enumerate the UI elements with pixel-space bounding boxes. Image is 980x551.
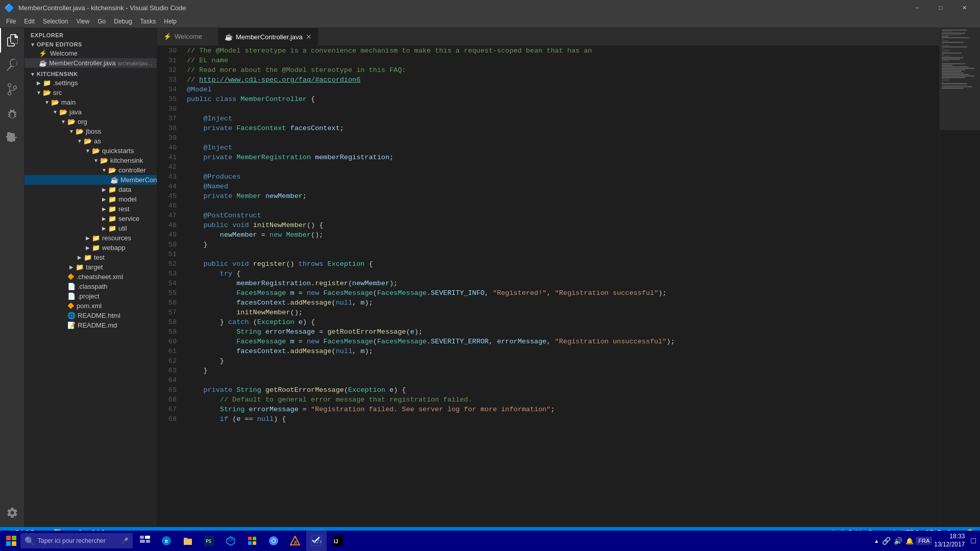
tree-rest[interactable]: ▶ 📁 rest [24, 204, 157, 214]
tree-project[interactable]: 📄 .project [24, 291, 157, 301]
tab-welcome[interactable]: ⚡ Welcome [157, 28, 218, 45]
open-editors-header[interactable]: ▼ OPEN EDITORS [24, 40, 157, 48]
tree-readme-md[interactable]: 📝 README.md [24, 320, 157, 330]
editor-area: ⚡ Welcome ☕ MemberController.java ✕ 3031… [157, 28, 939, 527]
tree-main[interactable]: ▼ 📂 main [24, 97, 157, 107]
tree-readme-html[interactable]: 🌐 README.html [24, 311, 157, 320]
menu-tasks[interactable]: Tasks [136, 15, 160, 28]
code-line-43: @Produces [187, 172, 939, 182]
activity-search[interactable] [0, 53, 24, 77]
code-editor[interactable]: // The @Model stereotype is a convenienc… [183, 46, 939, 527]
explorer-app-button[interactable] [178, 531, 198, 551]
tree-kitchensink-folder[interactable]: ▼ 📂 kitchensink [24, 156, 157, 165]
tree-service[interactable]: ▶ 📁 service [24, 214, 157, 223]
tree-quickstarts[interactable]: ▼ 📂 quickstarts [24, 146, 157, 156]
tree-java[interactable]: ▼ 📂 java [24, 107, 157, 117]
system-tray-icons: ▲ 🔗 🔊 🔔 [874, 537, 914, 545]
notification-center-icon[interactable]: □ [971, 536, 978, 545]
tree-org[interactable]: ▼ 📂 org [24, 117, 157, 127]
open-editors-section: ▼ OPEN EDITORS ⚡ Welcome ☕ MemberControl… [24, 40, 157, 68]
store-button[interactable] [242, 531, 262, 551]
tree-target[interactable]: ▶ 📁 target [24, 262, 157, 272]
tree-pom[interactable]: 🔶 pom.xml [24, 301, 157, 311]
taskview-button[interactable] [135, 531, 155, 551]
cube-app-button[interactable] [220, 531, 241, 551]
code-line-51 [187, 249, 939, 259]
code-line-40: @Inject [187, 143, 939, 153]
editor-content[interactable]: 3031323334 3536373839 4041424344 4546474… [157, 46, 939, 527]
date-display: 13/12/2017 [934, 541, 965, 549]
menu-help[interactable]: Help [160, 15, 181, 28]
language-region[interactable]: FRA [916, 537, 932, 545]
notification-icon[interactable]: 🔔 [905, 537, 914, 545]
tree-settings[interactable]: ▶ 📁 .settings [24, 78, 157, 88]
svg-point-20 [272, 539, 275, 542]
tree-controller[interactable]: ▼ 📂 controller [24, 165, 157, 175]
folder-open-icon: 📂 [43, 89, 51, 96]
edge-button[interactable]: e [156, 531, 177, 551]
powershell-button[interactable]: PS [199, 531, 219, 551]
code-line-62: } [187, 356, 939, 366]
svg-rect-0 [6, 536, 11, 540]
activity-extensions[interactable] [0, 126, 24, 151]
menu-view[interactable]: View [72, 15, 93, 28]
activity-source-control[interactable] [0, 77, 24, 102]
activity-explorer[interactable] [0, 28, 24, 53]
menu-file[interactable]: File [2, 15, 20, 28]
folder-open-icon-ks: 📂 [100, 157, 108, 164]
menu-debug[interactable]: Debug [110, 15, 136, 28]
tab-close-button[interactable]: ✕ [306, 33, 312, 41]
tree-cheatsheet[interactable]: 🔶 .cheatsheet.xml [24, 272, 157, 282]
chrome-button[interactable] [263, 531, 284, 551]
kitchensink-header[interactable]: ▼ KITCHENSINK [24, 70, 157, 78]
settings-label: .settings [53, 79, 78, 87]
tree-webapp[interactable]: ▶ 📁 webapp [24, 243, 157, 253]
taskbar-search[interactable]: 🔍 Taper ici pour rechercher 🎤 [20, 533, 133, 548]
svg-rect-16 [248, 541, 252, 545]
tree-membercontroller-file[interactable]: ☕ MemberController.ja... [24, 175, 157, 185]
folder-icon-data: 📁 [108, 186, 116, 193]
volume-icon[interactable]: 🔊 [894, 537, 902, 545]
menubar: File Edit Selection View Go Debug Tasks … [0, 15, 980, 28]
open-file-welcome[interactable]: ⚡ Welcome [24, 48, 157, 58]
tree-resources[interactable]: ▶ 📁 resources [24, 233, 157, 243]
start-button[interactable] [2, 532, 20, 550]
code-line-60: FacesMessage m = new FacesMessage(FacesM… [187, 337, 939, 346]
welcome-file-icon: ⚡ [39, 49, 47, 57]
clock[interactable]: 18:33 13/12/2017 [934, 533, 969, 548]
tree-src[interactable]: ▼ 📂 src [24, 88, 157, 97]
code-line-30: // The @Model stereotype is a convenienc… [187, 46, 939, 56]
vscode-taskbar-button[interactable]: </> [306, 531, 327, 551]
kitchensink-folder-label: kitchensink [110, 157, 143, 164]
avast-button[interactable]: a [285, 531, 305, 551]
close-button[interactable]: ✕ [952, 0, 976, 15]
sidebar-header[interactable]: EXPLORER [24, 28, 157, 40]
menu-edit[interactable]: Edit [20, 15, 39, 28]
svg-rect-17 [253, 541, 256, 545]
tab-membercontroller[interactable]: ☕ MemberController.java ✕ [218, 28, 318, 45]
menu-selection[interactable]: Selection [39, 15, 72, 28]
tree-classpath[interactable]: 📄 .classpath [24, 282, 157, 291]
tree-util[interactable]: ▶ 📁 util [24, 223, 157, 233]
network-icon[interactable]: 🔗 [882, 537, 891, 545]
activity-settings[interactable] [0, 500, 24, 525]
folder-open-icon-java: 📂 [59, 108, 67, 116]
intellij-button[interactable]: IJ [328, 531, 348, 551]
java-file-icon: ☕ [39, 59, 47, 67]
open-file-membercontroller[interactable]: ☕ MemberController.java src\main\jav... [24, 58, 157, 68]
tray-arrow[interactable]: ▲ [874, 538, 879, 544]
folder-icon-res: 📁 [92, 234, 100, 242]
open-editors-arrow: ▼ [29, 42, 37, 47]
tree-test[interactable]: ▶ 📁 test [24, 253, 157, 262]
maximize-button[interactable]: □ [929, 0, 952, 15]
tab-welcome-icon: ⚡ [163, 33, 172, 40]
svg-text:IJ: IJ [334, 539, 338, 544]
tree-data[interactable]: ▶ 📁 data [24, 185, 157, 194]
tree-as[interactable]: ▼ 📂 as [24, 136, 157, 146]
activity-debug[interactable] [0, 102, 24, 126]
tree-jboss[interactable]: ▼ 📂 jboss [24, 127, 157, 136]
menu-go[interactable]: Go [93, 15, 110, 28]
taskbar-right: ▲ 🔗 🔊 🔔 FRA 18:33 13/12/2017 □ [874, 533, 978, 548]
minimize-button[interactable]: − [905, 0, 929, 15]
tree-model[interactable]: ▶ 📁 model [24, 194, 157, 204]
